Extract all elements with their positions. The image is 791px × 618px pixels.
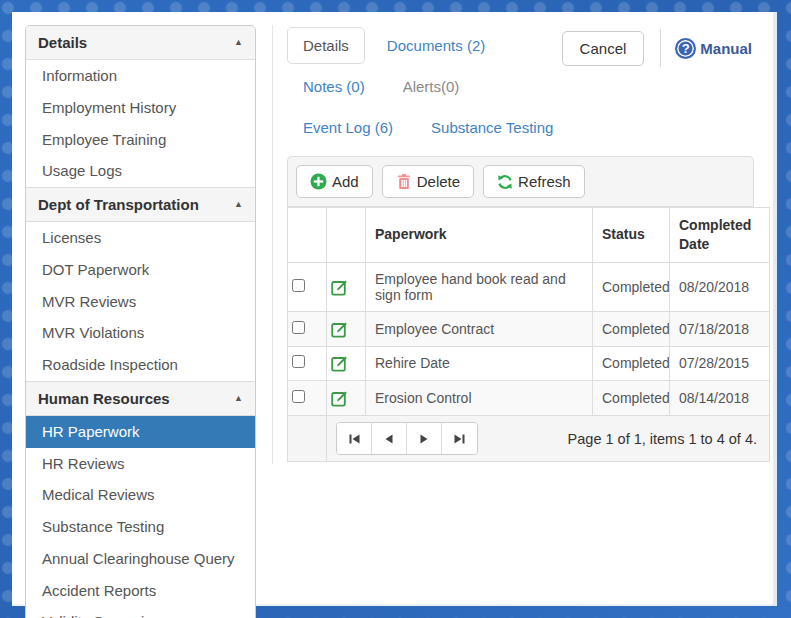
tab-notes[interactable]: Notes (0) [287,68,381,105]
caret-up-icon: ▲ [234,200,243,209]
row-checkbox[interactable] [292,321,305,334]
table-row: Employee Contract Completed 07/18/2018 [288,311,770,346]
manual-label: Manual [700,40,752,57]
page: Details ▲ Information Employment History… [12,12,777,606]
manual-link[interactable]: ? Manual [675,38,752,59]
sidebar-item-employee-training[interactable]: Employee Training [26,124,255,156]
tab-documents[interactable]: Documents (2) [371,27,501,64]
main-content: Details Documents (2) Notes (0) Alerts(0… [272,25,754,464]
cancel-button[interactable]: Cancel [562,31,645,66]
sidebar-section-label: Human Resources [38,390,170,407]
sidebar-item-dot-paperwork[interactable]: DOT Paperwork [26,254,255,286]
cell-completed-date: 07/18/2018 [670,311,770,346]
sidebar-item-roadside-inspection[interactable]: Roadside Inspection [26,349,255,381]
cell-status: Completed [593,311,670,346]
pager: Page 1 of 1, items 1 to 4 of 4. [336,422,760,455]
table-row: Erosion Control Completed 08/14/2018 [288,381,770,416]
refresh-icon [497,174,513,190]
sidebar-item-accident-reports[interactable]: Accident Reports [26,575,255,607]
tab-event-log[interactable]: Event Log (6) [287,109,409,146]
sidebar-item-hr-reviews[interactable]: HR Reviews [26,448,255,480]
edit-icon[interactable] [331,321,348,338]
cell-completed-date: 08/20/2018 [670,262,770,311]
pager-buttons [336,422,478,455]
header-status: Status [593,208,670,263]
add-button[interactable]: Add [296,165,373,198]
previous-page-icon [385,434,393,444]
sidebar-item-licenses[interactable]: Licenses [26,222,255,254]
plus-circle-icon [310,173,327,190]
cell-status: Completed [593,346,670,381]
cell-completed-date: 08/14/2018 [670,381,770,416]
header-divider [660,29,661,67]
first-page-icon [349,434,360,444]
tab-substance-testing[interactable]: Substance Testing [415,109,569,146]
sidebar-section-label: Dept of Transportation [38,196,199,213]
refresh-label: Refresh [518,173,571,190]
help-question-icon: ? [675,38,696,59]
cell-completed-date: 07/28/2015 [670,346,770,381]
delete-button[interactable]: Delete [382,165,474,198]
sidebar-item-employment-history[interactable]: Employment History [26,92,255,124]
sidebar-item-hr-paperwork[interactable]: HR Paperwork [26,416,255,448]
delete-label: Delete [417,173,460,190]
window-frame: Details ▲ Information Employment History… [0,0,791,618]
sidebar-item-substance-testing[interactable]: Substance Testing [26,511,255,543]
header-completed-date: Completed Date [670,208,770,263]
sidebar-item-validity-screening[interactable]: Validity Screening [26,606,255,618]
row-checkbox[interactable] [292,279,305,292]
sidebar-item-information[interactable]: Information [26,60,255,92]
previous-page-button[interactable] [372,423,407,454]
next-page-button[interactable] [407,423,442,454]
edit-icon[interactable] [331,279,348,296]
pager-summary: Page 1 of 1, items 1 to 4 of 4. [568,431,760,447]
edit-icon[interactable] [331,355,348,372]
sidebar-item-medical-reviews[interactable]: Medical Reviews [26,479,255,511]
last-page-button[interactable] [442,423,477,454]
cell-paperwork: Employee hand book read and sign form [366,262,593,311]
main-header: Details Documents (2) Notes (0) Alerts(0… [287,25,754,150]
sidebar: Details ▲ Information Employment History… [25,25,256,618]
cell-paperwork: Erosion Control [366,381,593,416]
row-checkbox[interactable] [292,355,305,368]
pager-row: Page 1 of 1, items 1 to 4 of 4. [288,416,770,462]
sidebar-item-mvr-reviews[interactable]: MVR Reviews [26,286,255,318]
edit-icon[interactable] [331,390,348,407]
trash-icon [396,173,412,190]
first-page-button[interactable] [337,423,372,454]
row-checkbox[interactable] [292,390,305,403]
grid-toolbar: Add Delete [287,156,754,207]
sidebar-section-dept-of-transportation[interactable]: Dept of Transportation ▲ [26,187,255,222]
next-page-icon [420,434,428,444]
sidebar-item-usage-logs[interactable]: Usage Logs [26,155,255,187]
cell-paperwork: Rehire Date [366,346,593,381]
last-page-icon [454,434,465,444]
header-edit-column [327,208,366,263]
sidebar-section-label: Details [38,34,87,51]
sidebar-item-annual-clearinghouse-query[interactable]: Annual Clearinghouse Query [26,543,255,575]
sidebar-item-mvr-violations[interactable]: MVR Violations [26,317,255,349]
cell-status: Completed [593,381,670,416]
add-label: Add [332,173,359,190]
tab-details[interactable]: Details [287,27,365,64]
header-paperwork: Paperwork [366,208,593,263]
cell-status: Completed [593,262,670,311]
caret-up-icon: ▲ [234,394,243,403]
table-row: Employee hand book read and sign form Co… [288,262,770,311]
refresh-button[interactable]: Refresh [483,165,585,198]
table-row: Rehire Date Completed 07/28/2015 [288,346,770,381]
table-header-row: Paperwork Status Completed Date [288,208,770,263]
sidebar-section-human-resources[interactable]: Human Resources ▲ [26,381,255,416]
caret-up-icon: ▲ [234,38,243,47]
header-controls: Cancel ? Manual [562,29,752,67]
cell-paperwork: Employee Contract [366,311,593,346]
paperwork-table: Paperwork Status Completed Date Employee… [287,207,770,462]
sidebar-section-details[interactable]: Details ▲ [26,26,255,60]
tab-alerts[interactable]: Alerts(0) [387,68,476,105]
header-checkbox-column [288,208,327,263]
pager-left-cell [288,416,327,462]
